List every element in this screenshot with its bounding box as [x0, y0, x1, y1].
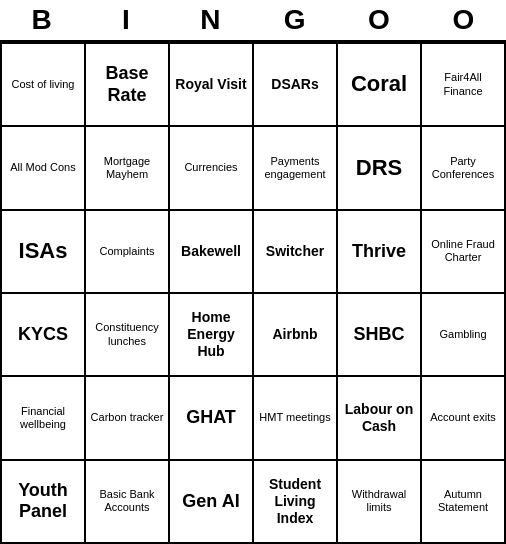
cell-0-3[interactable]: DSARs: [254, 44, 338, 127]
cell-5-0[interactable]: Youth Panel: [2, 461, 86, 544]
cell-5-5[interactable]: Autumn Statement: [422, 461, 506, 544]
header-letter-0: B: [0, 0, 84, 40]
cell-text-4-4: Labour on Cash: [341, 401, 417, 435]
cell-text-2-0: ISAs: [19, 238, 68, 264]
cell-text-4-2: GHAT: [186, 407, 236, 429]
header-letter-5: O: [422, 0, 506, 40]
cell-text-2-5: Online Fraud Charter: [425, 238, 501, 264]
cell-2-0[interactable]: ISAs: [2, 211, 86, 294]
header-letter-2: N: [169, 0, 253, 40]
cell-4-4[interactable]: Labour on Cash: [338, 377, 422, 460]
cell-5-2[interactable]: Gen AI: [170, 461, 254, 544]
cell-text-3-3: Airbnb: [272, 326, 317, 343]
cell-text-3-5: Gambling: [439, 328, 486, 341]
bingo-header: BINGOO: [0, 0, 506, 42]
cell-3-4[interactable]: SHBC: [338, 294, 422, 377]
cell-text-5-4: Withdrawal limits: [341, 488, 417, 514]
cell-1-4[interactable]: DRS: [338, 127, 422, 210]
cell-3-1[interactable]: Constituency lunches: [86, 294, 170, 377]
cell-text-4-5: Account exits: [430, 411, 495, 424]
cell-text-0-5: Fair4All Finance: [425, 71, 501, 97]
cell-text-0-4: Coral: [351, 71, 407, 97]
cell-5-1[interactable]: Basic Bank Accounts: [86, 461, 170, 544]
cell-2-1[interactable]: Complaints: [86, 211, 170, 294]
cell-0-1[interactable]: Base Rate: [86, 44, 170, 127]
cell-0-0[interactable]: Cost of living: [2, 44, 86, 127]
cell-text-0-3: DSARs: [271, 76, 318, 93]
cell-text-1-3: Payments engagement: [257, 155, 333, 181]
cell-1-1[interactable]: Mortgage Mayhem: [86, 127, 170, 210]
cell-0-5[interactable]: Fair4All Finance: [422, 44, 506, 127]
cell-5-3[interactable]: Student Living Index: [254, 461, 338, 544]
cell-text-2-3: Switcher: [266, 243, 324, 260]
cell-text-3-1: Constituency lunches: [89, 321, 165, 347]
cell-text-4-3: HMT meetings: [259, 411, 330, 424]
bingo-card: BINGOO Cost of livingBase RateRoyal Visi…: [0, 0, 506, 544]
cell-text-1-4: DRS: [356, 155, 402, 181]
cell-text-5-2: Gen AI: [182, 491, 239, 513]
cell-4-3[interactable]: HMT meetings: [254, 377, 338, 460]
cell-text-2-2: Bakewell: [181, 243, 241, 260]
cell-text-1-2: Currencies: [184, 161, 237, 174]
bingo-grid: Cost of livingBase RateRoyal VisitDSARsC…: [0, 42, 506, 544]
cell-3-3[interactable]: Airbnb: [254, 294, 338, 377]
cell-2-3[interactable]: Switcher: [254, 211, 338, 294]
cell-1-3[interactable]: Payments engagement: [254, 127, 338, 210]
cell-text-5-3: Student Living Index: [257, 476, 333, 526]
cell-text-5-1: Basic Bank Accounts: [89, 488, 165, 514]
cell-text-0-1: Base Rate: [89, 63, 165, 106]
cell-text-4-1: Carbon tracker: [91, 411, 164, 424]
cell-1-5[interactable]: Party Conferences: [422, 127, 506, 210]
cell-text-3-4: SHBC: [353, 324, 404, 346]
cell-text-1-0: All Mod Cons: [10, 161, 75, 174]
cell-2-2[interactable]: Bakewell: [170, 211, 254, 294]
cell-2-4[interactable]: Thrive: [338, 211, 422, 294]
header-letter-1: I: [84, 0, 168, 40]
cell-4-5[interactable]: Account exits: [422, 377, 506, 460]
cell-text-1-1: Mortgage Mayhem: [89, 155, 165, 181]
cell-text-5-0: Youth Panel: [5, 480, 81, 523]
cell-text-1-5: Party Conferences: [425, 155, 501, 181]
header-letter-4: O: [337, 0, 421, 40]
cell-3-2[interactable]: Home Energy Hub: [170, 294, 254, 377]
cell-3-5[interactable]: Gambling: [422, 294, 506, 377]
cell-2-5[interactable]: Online Fraud Charter: [422, 211, 506, 294]
cell-4-1[interactable]: Carbon tracker: [86, 377, 170, 460]
cell-text-2-1: Complaints: [99, 245, 154, 258]
cell-text-3-0: KYCS: [18, 324, 68, 346]
cell-0-4[interactable]: Coral: [338, 44, 422, 127]
cell-text-0-2: Royal Visit: [175, 76, 246, 93]
cell-3-0[interactable]: KYCS: [2, 294, 86, 377]
cell-0-2[interactable]: Royal Visit: [170, 44, 254, 127]
cell-text-3-2: Home Energy Hub: [173, 309, 249, 359]
cell-text-2-4: Thrive: [352, 241, 406, 263]
cell-5-4[interactable]: Withdrawal limits: [338, 461, 422, 544]
cell-1-0[interactable]: All Mod Cons: [2, 127, 86, 210]
cell-4-0[interactable]: Financial wellbeing: [2, 377, 86, 460]
cell-4-2[interactable]: GHAT: [170, 377, 254, 460]
cell-text-0-0: Cost of living: [12, 78, 75, 91]
cell-text-4-0: Financial wellbeing: [5, 405, 81, 431]
cell-1-2[interactable]: Currencies: [170, 127, 254, 210]
header-letter-3: G: [253, 0, 337, 40]
cell-text-5-5: Autumn Statement: [425, 488, 501, 514]
